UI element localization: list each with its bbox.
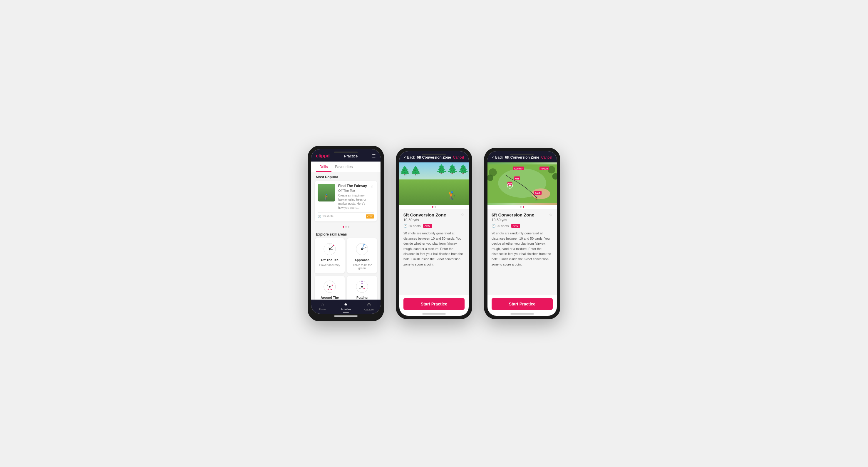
drill-tag: OTT	[366, 214, 374, 219]
start-practice-button-3[interactable]: Start Practice	[492, 298, 553, 310]
screen-content: Most Popular 🏌️ Find The Fairway Off The…	[311, 172, 380, 300]
favourite-icon-2[interactable]: ☆	[461, 212, 465, 217]
menu-icon[interactable]: ☰	[372, 154, 376, 158]
app-header: clippd Practice ☰	[311, 149, 380, 162]
drill-shots: 🕐 10 shots	[318, 215, 334, 218]
tabs-bar: Drills Favourites	[311, 162, 380, 172]
drill-sub: Off The Tee	[338, 189, 367, 192]
bottom-nav: ⌂ Home ♣ Activities ⊕ Capture	[311, 300, 380, 314]
skill-grid: Off The Tee Power accuracy	[311, 238, 380, 300]
drill-detail-3: 6ft Conversion Zone 10-50 yds ☆ 🕐 20 sho…	[488, 209, 557, 295]
drill-screen-title-3: 6ft Conversion Zone	[505, 155, 539, 160]
svg-text:Miss: Miss	[515, 178, 520, 180]
phone-2: < Back 6ft Conversion Zone Cancel 🌲🌲 🌲🌲🌲…	[396, 148, 472, 319]
skill-desc-approach: Dial-in to hit the green	[350, 263, 374, 270]
svg-point-28	[362, 283, 363, 284]
detail-range: 10-50 yds	[403, 218, 446, 222]
drill-info: Find The Fairway Off The Tee Create an i…	[338, 184, 367, 210]
tab-drills[interactable]: Drills	[316, 162, 332, 172]
detail-title-row-3: 6ft Conversion Zone 10-50 yds ☆	[492, 212, 553, 222]
carousel-dots	[311, 224, 380, 229]
dot-3	[348, 226, 349, 228]
detail-meta-3: 🕐 20 shots ARG	[492, 224, 553, 228]
header-title: Practice	[344, 154, 358, 158]
nav-capture-label: Capture	[364, 308, 374, 311]
svg-point-30	[364, 288, 365, 289]
skill-card-putting[interactable]: Putting Make and lag practice	[347, 276, 377, 300]
start-practice-button[interactable]: Start Practice	[403, 298, 465, 310]
activities-icon: ♣	[344, 302, 348, 307]
drill-thumbnail: 🏌️	[318, 184, 335, 201]
detail-shots-3: 🕐 20 shots	[492, 224, 509, 228]
phone-notch-2	[422, 154, 446, 155]
cancel-button[interactable]: Cancel	[453, 155, 464, 160]
fairway	[399, 179, 469, 205]
trees-right-icon: 🌲🌲🌲	[436, 164, 469, 174]
home-bar-2	[422, 313, 446, 314]
svg-point-31	[360, 288, 361, 289]
home-bar-3	[510, 313, 534, 314]
dot-2	[345, 226, 347, 228]
svg-point-14	[364, 244, 365, 245]
map-scene: 🏌️ FAIRWAY ROUGH Miss Hit SAND	[488, 162, 557, 205]
capture-icon: ⊕	[367, 302, 371, 307]
svg-point-15	[365, 247, 366, 248]
image-dots	[399, 205, 469, 209]
golfer-icon: 🏌️	[446, 191, 457, 201]
app-logo: clippd	[316, 153, 330, 159]
skill-card-approach[interactable]: Approach Dial-in to hit the green	[347, 238, 377, 273]
map-dots	[488, 205, 557, 209]
home-bar	[334, 315, 358, 316]
svg-text:ROUGH: ROUGH	[541, 168, 548, 170]
drill-detail: 6ft Conversion Zone 10-50 yds ☆ 🕐 20 sho…	[399, 209, 469, 295]
detail-tag-3: ARG	[511, 224, 520, 228]
drill-image: 🌲🌲 🌲🌲🌲 🏌️	[399, 162, 469, 205]
tab-favourites[interactable]: Favourites	[332, 162, 356, 172]
nav-activities-label: Activities	[341, 308, 351, 311]
back-button-3[interactable]: < Back	[492, 155, 503, 160]
most-popular-label: Most Popular	[311, 172, 380, 181]
drill-screen-title: 6ft Conversion Zone	[417, 155, 451, 160]
phone-notch	[334, 152, 358, 153]
drill-meta: 🕐 10 shots OTT	[318, 212, 374, 219]
svg-point-21	[327, 285, 328, 286]
cancel-button-3[interactable]: Cancel	[541, 155, 552, 160]
svg-text:SAND: SAND	[535, 192, 541, 194]
map-dot-2	[523, 206, 524, 208]
detail-range-3: 10-50 yds	[492, 218, 534, 222]
explore-label: Explore skill areas	[311, 229, 380, 238]
favourite-icon[interactable]: ☆	[370, 184, 374, 189]
skill-icon-atg	[322, 279, 337, 294]
img-dot-1	[432, 206, 433, 208]
favourite-icon-3[interactable]: ☆	[549, 212, 553, 217]
skill-card-ott[interactable]: Off The Tee Power accuracy	[315, 238, 345, 273]
skill-icon-approach	[355, 242, 369, 257]
svg-point-29	[362, 281, 363, 282]
svg-line-4	[330, 245, 334, 249]
skill-icon-ott	[322, 242, 337, 257]
skill-name-atg: Around The Green	[318, 296, 342, 300]
nav-home[interactable]: ⌂ Home	[311, 302, 334, 312]
home-icon: ⌂	[321, 302, 324, 307]
dot-1	[343, 226, 344, 228]
svg-text:FAIRWAY: FAIRWAY	[514, 168, 523, 170]
detail-description: 20 shots are randomly generated at dista…	[403, 231, 465, 267]
phone-1: clippd Practice ☰ Drills Favourites Most…	[308, 146, 384, 321]
back-button[interactable]: < Back	[404, 155, 415, 160]
detail-shots: 🕐 20 shots	[403, 224, 421, 228]
drill-name: Find The Fairway	[338, 184, 367, 189]
drill-header: < Back 6ft Conversion Zone Cancel	[399, 151, 469, 162]
drill-desc: Create an imaginary fairway using trees …	[338, 194, 367, 210]
skill-name-approach: Approach	[354, 258, 369, 262]
skill-card-atg[interactable]: Around The Green Hone your short game	[315, 276, 345, 300]
svg-point-7	[333, 245, 334, 246]
svg-line-5	[327, 246, 330, 249]
nav-capture[interactable]: ⊕ Capture	[357, 302, 380, 312]
skill-desc-ott: Power accuracy	[319, 263, 340, 267]
trees-left-icon: 🌲🌲	[399, 165, 421, 176]
phone-notch-3	[510, 154, 534, 155]
featured-drill-card[interactable]: 🏌️ Find The Fairway Off The Tee Create a…	[315, 181, 377, 222]
skill-icon-putting	[355, 279, 369, 294]
svg-text:🏌️: 🏌️	[534, 196, 539, 201]
nav-activities[interactable]: ♣ Activities	[334, 302, 358, 312]
